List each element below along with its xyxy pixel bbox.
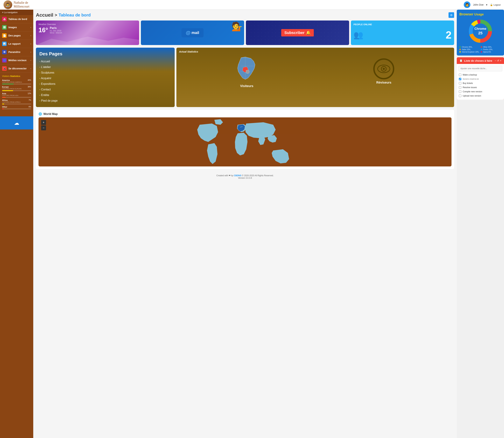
statistics-card: Actual Statistics: [176, 48, 454, 107]
sidebar-item-parametre[interactable]: ⚙ Paramètre ›: [0, 48, 33, 56]
weather-city: Paris: [50, 26, 62, 30]
stat-percent-africa: 7%: [29, 99, 31, 103]
world-map-title: 🌐 World Map: [39, 112, 452, 116]
sidebar: ≡ La navigation 🏠 Tableau de bord 🖼 Imag…: [0, 10, 33, 438]
stat-bar-asia: [2, 97, 6, 98]
list-item: - Pied de page: [39, 98, 171, 104]
footer-text: Created with ❤ by CBDNS © 2020-2020 All …: [39, 174, 452, 177]
todo-close-button[interactable]: ×: [500, 59, 501, 62]
sidebar-item-pages[interactable]: 📄 Des pages ›: [0, 32, 33, 40]
logo-area: 👩‍🎨 Nathalie de Milliencourt: [3, 0, 29, 9]
opera-dot: [481, 51, 482, 53]
legend-item: Safari 20%,: [459, 49, 480, 50]
todo-title: 📋 Liste de choses à faire: [459, 59, 492, 62]
sidebar-label-tableau: Tableau de bord: [8, 18, 27, 21]
stat-percent-other: 6%: [29, 106, 31, 108]
weather-date: 01, Dec 2019: [50, 30, 62, 32]
weather-title: Weather Overview: [39, 23, 136, 26]
stat-label-europe: Europe: [2, 86, 21, 88]
stat-row-america: America VISITORS FROM AMERICA 40%: [2, 79, 31, 84]
sidebar-label-parametre: Paramètre: [8, 51, 21, 54]
logo-image: 👩‍🎨: [3, 0, 12, 9]
todo-body: Make a backup Send e-mail to ici Buy tic…: [457, 64, 504, 100]
browser-title: Browser Usage: [459, 12, 501, 16]
todo-checkbox-tickets[interactable]: [459, 82, 461, 84]
cards-row: Weather Overview 16° Paris 01, Dec 2019 …: [36, 21, 454, 45]
disconnect-icon: 🔌: [2, 66, 7, 71]
stat-label-other: Other: [2, 106, 7, 108]
list-item: - Accueil: [39, 59, 171, 64]
layout: ≡ La navigation 🏠 Tableau de bord 🖼 Imag…: [0, 10, 504, 438]
todo-item-email: Send e-mail to ici: [459, 77, 502, 81]
weather-wind: Wind : 60km/h: [50, 32, 62, 34]
breadcrumb-current: Tableau de bord: [59, 13, 91, 18]
list-item: - L'atelier: [39, 64, 171, 70]
todo-item-backup: Make a backup: [459, 73, 502, 77]
world-map-svg: [39, 117, 452, 166]
sidebar-item-images[interactable]: 🖼 Images ›: [0, 23, 33, 32]
stat-bar-other: [2, 109, 4, 109]
stat-row-asia: Asia VISITORS FROM ASIA 12%: [2, 92, 31, 98]
visiteurs-label: Visiteurs: [240, 84, 253, 88]
todo-checkbox-resolve[interactable]: [459, 86, 461, 89]
world-map-container: + −: [39, 117, 452, 166]
legend-item: Opera 5%: [481, 51, 502, 53]
sidebar-item-tableau[interactable]: 🏠 Tableau de bord: [0, 15, 33, 23]
todo-checkbox-backup[interactable]: [459, 74, 461, 76]
france-map: [179, 55, 314, 83]
sidebar-cloud: ☁: [0, 116, 33, 130]
stat-bar-africa: [2, 104, 4, 104]
svg-point-3: [383, 68, 385, 70]
legend-item: Chrome 25%,: [459, 46, 480, 48]
footer-version: Version 3.0.3.6: [39, 177, 452, 179]
todo-checkbox-compile[interactable]: [459, 90, 461, 93]
des-pages-list: - Accueil - L'atelier - Sculptures - Acq…: [39, 59, 171, 104]
chevron-right-icon: ›: [31, 43, 31, 45]
todo-item-tickets: Buy tickets: [459, 81, 502, 85]
sidebar-item-rapport[interactable]: 📊 Le rapport ›: [0, 40, 33, 48]
mail-label: @ mail: [186, 30, 199, 36]
des-pages-card: Des Pages - Accueil - L'atelier - Sculpt…: [36, 48, 175, 107]
sidebar-label-social: Médias sociaux: [8, 59, 27, 62]
todo-controls: − ↺ ×: [495, 59, 501, 62]
subscriber-card: Subscriber 🔔: [246, 21, 349, 45]
statistics-title: Actual Statistics: [179, 50, 452, 53]
chrome-dot: [459, 46, 461, 48]
user-name[interactable]: John Doe: [473, 3, 483, 6]
stat-sublabel-africa: VISITORS FROM AFRICA: [2, 101, 21, 103]
stat-label-africa: Africa: [2, 99, 21, 101]
stat-label-asia: Asia: [2, 92, 18, 95]
right-column: Browser Usage: [457, 10, 504, 438]
todo-item-upload: Upload new version: [459, 94, 502, 98]
chevron-right-icon: ›: [31, 26, 31, 28]
todo-checkbox-email[interactable]: [459, 78, 461, 80]
sidebar-nav-title: ≡ La navigation: [0, 10, 33, 15]
rapport-icon: 📊: [2, 42, 7, 46]
sidebar-label-images: Images: [8, 26, 17, 29]
sidebar-item-social[interactable]: 🌐 Médias sociaux ›: [0, 56, 33, 65]
firefox-dot: [481, 49, 482, 50]
todo-input[interactable]: [459, 66, 502, 71]
stat-sublabel-america: VISITORS FROM AMERICA: [2, 81, 22, 83]
user-dropdown-icon[interactable]: ▾: [486, 3, 487, 6]
todo-header: 📋 Liste de choses à faire − ↺ ×: [457, 57, 504, 64]
people-online-card: PEOPLE ONLINE 👥 2: [351, 21, 454, 45]
logout-button[interactable]: 🔓 Logout: [490, 3, 501, 6]
todo-item-compile: Compile new version: [459, 89, 502, 94]
stat-bar-america: [2, 84, 14, 84]
todo-checkbox-upload[interactable]: [459, 95, 461, 97]
visitor-stats: Visitors Statistics America VISITORS FRO…: [0, 73, 33, 113]
stat-sublabel-europe: VISITORS FROM EUROPE: [2, 88, 21, 90]
todo-minimize-button[interactable]: −: [495, 59, 496, 62]
settings-button[interactable]: ⚙: [449, 12, 454, 18]
other-dot: [481, 46, 482, 48]
todo-icon: 📋: [459, 59, 463, 62]
world-map-section: 🌐 World Map + −: [36, 110, 454, 169]
subscriber-background: [246, 21, 349, 45]
sidebar-item-disconnect[interactable]: 🔌 Se déconnecter ›: [0, 65, 33, 73]
stat-label-america: America: [2, 79, 22, 81]
legend-item: Internet Explorer 10%,: [459, 51, 480, 53]
todo-refresh-button[interactable]: ↺: [497, 59, 499, 62]
reviseurs-label: Réviseurs: [376, 81, 391, 84]
logout-icon: 🔓: [490, 3, 493, 6]
